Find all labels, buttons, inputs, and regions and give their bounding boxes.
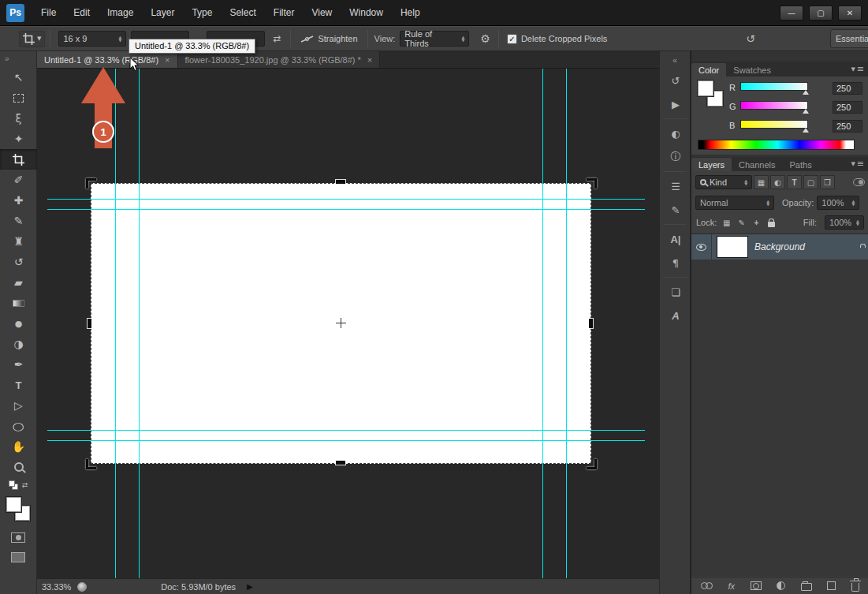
maximize-button[interactable]: ▢ <box>809 6 833 21</box>
type-tool[interactable]: T <box>0 375 37 395</box>
tab-swatches[interactable]: Swatches <box>726 63 778 77</box>
fill-select[interactable]: 100% ▲▼ <box>825 215 864 230</box>
panel-menu-icon[interactable]: ▼≡ <box>846 64 868 77</box>
crop-tool[interactable] <box>0 149 37 170</box>
menu-select[interactable]: Select <box>221 0 264 26</box>
move-tool[interactable]: ↖ <box>0 67 37 88</box>
marquee-tool[interactable] <box>0 88 37 108</box>
crop-handle-top[interactable] <box>336 180 345 184</box>
close-button[interactable]: ✕ <box>838 6 862 21</box>
slider-thumb[interactable] <box>803 128 809 133</box>
menu-view[interactable]: View <box>303 0 341 26</box>
blue-channel-slider[interactable] <box>740 120 808 133</box>
tab-paths[interactable]: Paths <box>783 158 819 171</box>
menu-file[interactable]: File <box>32 0 65 26</box>
slider-thumb[interactable] <box>803 109 809 114</box>
vertical-guide[interactable] <box>566 69 567 578</box>
zoom-level-field[interactable]: 33.33% <box>37 582 77 592</box>
brush-tool[interactable]: ✎ <box>0 211 37 231</box>
brush-panel-icon[interactable]: ✎ <box>660 198 691 222</box>
toolbox-expand-icon[interactable]: » <box>0 51 36 67</box>
layer-comps-panel-icon[interactable]: ❏ <box>660 280 691 304</box>
green-channel-slider[interactable] <box>740 101 808 114</box>
paragraph-panel-icon[interactable]: ¶ <box>660 251 691 275</box>
properties-panel-icon[interactable]: ☰ <box>660 174 691 198</box>
hand-tool[interactable]: ✋ <box>0 436 37 457</box>
eyedropper-tool[interactable]: ✐ <box>0 170 37 190</box>
lock-transparent-pixels-icon[interactable]: ▦ <box>721 217 732 229</box>
opacity-select[interactable]: 100% ▲▼ <box>817 196 859 210</box>
screen-mode-button[interactable] <box>11 552 25 562</box>
foreground-color-swatch[interactable] <box>6 497 21 512</box>
tab-close-icon[interactable]: × <box>367 55 372 65</box>
zoom-tool[interactable] <box>0 457 37 477</box>
filter-pixel-layers-icon[interactable]: ▦ <box>754 175 769 189</box>
new-group-icon[interactable] <box>801 580 812 592</box>
vertical-guide[interactable] <box>139 69 140 578</box>
red-value-field[interactable] <box>833 82 862 95</box>
crop-handle-bottom-right[interactable] <box>587 459 597 469</box>
lock-position-icon[interactable]: + <box>751 217 762 229</box>
tab-close-icon[interactable]: × <box>165 55 170 65</box>
delete-layer-icon[interactable] <box>851 580 859 592</box>
menu-edit[interactable]: Edit <box>65 0 99 26</box>
filter-kind-select[interactable]: Kind ▲▼ <box>695 175 752 189</box>
slider-thumb[interactable] <box>803 90 809 95</box>
panels-collapse-icon[interactable]: « <box>660 51 690 69</box>
swap-dimensions-icon[interactable]: ⇄ <box>273 33 281 44</box>
minimize-button[interactable]: — <box>780 6 803 21</box>
crop-settings-gear-icon[interactable]: ⚙ <box>480 32 490 45</box>
crop-handle-bottom[interactable] <box>336 461 345 465</box>
horizontal-guide[interactable] <box>47 440 645 441</box>
canvas[interactable] <box>37 69 659 578</box>
menu-type[interactable]: Type <box>183 0 221 26</box>
layer-visibility-toggle[interactable] <box>691 234 712 260</box>
reset-tool-icon[interactable]: ↺ <box>746 32 755 45</box>
panel-color-swatches[interactable] <box>698 80 725 107</box>
blend-mode-select[interactable]: Normal ▲▼ <box>695 196 774 210</box>
lock-all-icon[interactable] <box>766 217 777 229</box>
crop-handle-top-right[interactable] <box>587 178 597 189</box>
layer-thumbnail[interactable] <box>717 236 748 258</box>
tab-channels[interactable]: Channels <box>732 158 782 171</box>
panel-menu-icon[interactable]: ▼≡ <box>846 159 868 171</box>
character-panel-icon[interactable]: A| <box>660 227 691 251</box>
color-spectrum-ramp[interactable] <box>698 140 855 150</box>
menu-image[interactable]: Image <box>99 0 142 26</box>
straighten-button[interactable]: Straighten <box>300 34 357 43</box>
foreground-background-swatches[interactable] <box>6 496 31 521</box>
filter-adjustment-layers-icon[interactable]: ◐ <box>770 175 785 189</box>
layer-filter-toggle[interactable] <box>853 178 865 186</box>
blur-tool[interactable]: ● <box>0 313 37 334</box>
path-selection-tool[interactable]: ▷ <box>0 395 37 416</box>
healing-brush-tool[interactable]: ✚ <box>0 190 37 211</box>
horizontal-guide[interactable] <box>47 199 645 200</box>
status-menu-arrow-icon[interactable]: ▶ <box>247 582 253 591</box>
crop-ratio-select[interactable]: 16 x 9 ▲▼ <box>58 31 126 47</box>
history-brush-tool[interactable]: ↺ <box>0 252 37 272</box>
overlay-view-select[interactable]: Rule of Thirds ▲▼ <box>400 31 469 47</box>
vertical-guide[interactable] <box>115 69 116 578</box>
menu-help[interactable]: Help <box>392 0 429 26</box>
crop-handle-bottom-left[interactable] <box>86 459 96 469</box>
actions-panel-icon[interactable]: ▶ <box>660 92 691 116</box>
history-panel-icon[interactable]: ↺ <box>660 69 691 92</box>
eraser-tool[interactable]: ▰ <box>0 272 37 293</box>
link-layers-icon[interactable] <box>701 580 713 592</box>
default-colors-icon[interactable] <box>9 480 19 491</box>
menu-filter[interactable]: Filter <box>265 0 304 26</box>
pen-tool[interactable]: ✒ <box>0 354 37 375</box>
horizontal-guide[interactable] <box>47 430 645 431</box>
delete-cropped-pixels-checkbox[interactable]: ✓ Delete Cropped Pixels <box>507 34 607 44</box>
quick-selection-tool[interactable]: ✦ <box>0 129 37 149</box>
foreground-color-swatch[interactable] <box>698 80 713 96</box>
filter-smart-objects-icon[interactable]: ❒ <box>820 175 835 189</box>
lasso-tool[interactable]: ξ <box>0 108 37 129</box>
crop-handle-left[interactable] <box>88 319 91 328</box>
dodge-tool[interactable]: ◑ <box>0 334 37 354</box>
info-panel-icon[interactable]: ⓘ <box>660 145 691 169</box>
crop-handle-right[interactable] <box>589 319 593 328</box>
blue-value-field[interactable] <box>833 120 862 133</box>
tab-untitled-1[interactable]: Untitled-1 @ 33.3% (RGB/8#) × <box>37 51 178 68</box>
crop-center-crosshair[interactable] <box>336 318 346 328</box>
